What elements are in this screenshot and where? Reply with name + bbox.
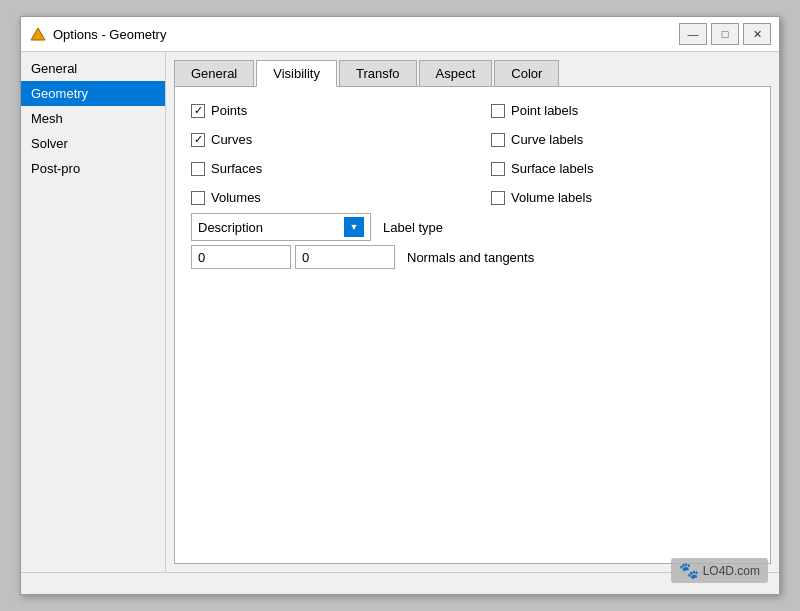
checkbox-curve-labels-box[interactable] — [491, 133, 505, 147]
checkbox-curve-labels-label: Curve labels — [511, 132, 583, 147]
tab-visibility[interactable]: Visibility — [256, 60, 337, 87]
right-checkboxes: Point labels Curve labels Surface labels — [491, 103, 754, 205]
dropdown-arrow-icon[interactable]: ▼ — [344, 217, 364, 237]
close-button[interactable]: ✕ — [743, 23, 771, 45]
tab-content-visibility: Points Curves Surfaces — [174, 86, 771, 564]
tab-transfo[interactable]: Transfo — [339, 60, 417, 87]
normals-input-2[interactable] — [295, 245, 395, 269]
main-panel: General Visibility Transfo Aspect Color — [166, 52, 779, 572]
sidebar-item-postpro[interactable]: Post-pro — [21, 156, 165, 181]
checkbox-volumes-label: Volumes — [211, 190, 261, 205]
label-type-dropdown[interactable]: Description ▼ — [191, 213, 371, 241]
checkbox-surfaces-box[interactable] — [191, 162, 205, 176]
checkboxes-area: Points Curves Surfaces — [191, 103, 754, 205]
main-window: Options - Geometry — □ ✕ General Geometr… — [20, 16, 780, 595]
status-bar — [21, 572, 779, 594]
app-icon — [29, 25, 47, 43]
maximize-button[interactable]: □ — [711, 23, 739, 45]
checkbox-point-labels[interactable]: Point labels — [491, 103, 754, 118]
checkbox-curves-box[interactable] — [191, 133, 205, 147]
checkbox-points-label: Points — [211, 103, 247, 118]
svg-marker-0 — [31, 28, 45, 40]
sidebar-item-mesh[interactable]: Mesh — [21, 106, 165, 131]
sidebar-item-geometry[interactable]: Geometry — [21, 81, 165, 106]
checkbox-volumes[interactable]: Volumes — [191, 190, 491, 205]
watermark: 🐾 LO4D.com — [671, 558, 768, 583]
left-checkboxes: Points Curves Surfaces — [191, 103, 491, 205]
tab-bar: General Visibility Transfo Aspect Color — [174, 60, 771, 87]
checkbox-curves-label: Curves — [211, 132, 252, 147]
label-type-text: Label type — [383, 220, 443, 235]
checkbox-volume-labels[interactable]: Volume labels — [491, 190, 754, 205]
tab-general[interactable]: General — [174, 60, 254, 87]
title-bar: Options - Geometry — □ ✕ — [21, 17, 779, 52]
checkbox-surfaces-label: Surfaces — [211, 161, 262, 176]
checkbox-curve-labels[interactable]: Curve labels — [491, 132, 754, 147]
window-controls: — □ ✕ — [679, 23, 771, 45]
dropdown-row: Description ▼ Label type — [191, 213, 754, 241]
checkbox-volume-labels-box[interactable] — [491, 191, 505, 205]
sidebar-item-general[interactable]: General — [21, 56, 165, 81]
input-row: Normals and tangents — [191, 245, 754, 269]
normals-label: Normals and tangents — [407, 250, 534, 265]
window-title: Options - Geometry — [53, 27, 679, 42]
sidebar: General Geometry Mesh Solver Post-pro — [21, 52, 166, 572]
checkbox-surface-labels-box[interactable] — [491, 162, 505, 176]
normals-input-1[interactable] — [191, 245, 291, 269]
checkbox-point-labels-label: Point labels — [511, 103, 578, 118]
checkbox-surfaces[interactable]: Surfaces — [191, 161, 491, 176]
minimize-button[interactable]: — — [679, 23, 707, 45]
checkbox-volume-labels-label: Volume labels — [511, 190, 592, 205]
checkbox-curves[interactable]: Curves — [191, 132, 491, 147]
checkbox-points[interactable]: Points — [191, 103, 491, 118]
checkbox-point-labels-box[interactable] — [491, 104, 505, 118]
tab-aspect[interactable]: Aspect — [419, 60, 493, 87]
checkbox-surface-labels-label: Surface labels — [511, 161, 593, 176]
checkbox-surface-labels[interactable]: Surface labels — [491, 161, 754, 176]
dropdown-selected-text: Description — [198, 220, 340, 235]
checkbox-points-box[interactable] — [191, 104, 205, 118]
sidebar-item-solver[interactable]: Solver — [21, 131, 165, 156]
tab-color[interactable]: Color — [494, 60, 559, 87]
checkbox-volumes-box[interactable] — [191, 191, 205, 205]
content-area: General Geometry Mesh Solver Post-pro — [21, 52, 779, 572]
